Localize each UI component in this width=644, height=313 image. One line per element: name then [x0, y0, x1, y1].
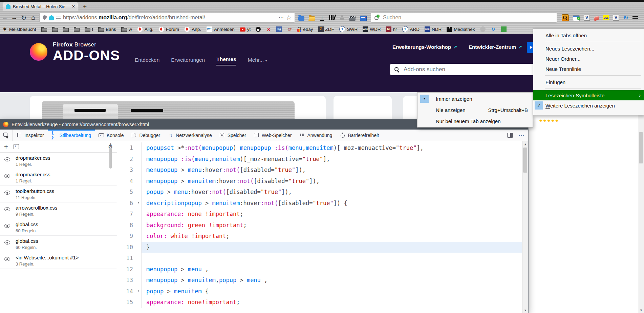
sync-blue-icon[interactable]: ↻ — [623, 15, 628, 20]
bookmark-item[interactable]: Anp. — [184, 26, 201, 32]
code-line[interactable]: 11 — [117, 253, 522, 264]
devtools-tab-barrierefreiheit[interactable]: Barrierefreiheit — [336, 130, 383, 141]
bookmark-item[interactable] — [501, 26, 507, 32]
folder-open-yellow-icon[interactable] — [309, 16, 315, 21]
bookmark-item[interactable]: ebay — [297, 27, 313, 32]
amo-search-input[interactable] — [403, 66, 526, 73]
devtools-tab-stilbearbeitung[interactable]: Stilbearbeitung — [48, 130, 95, 141]
library-icon[interactable] — [329, 15, 335, 20]
scroll-red-icon[interactable] — [594, 16, 600, 21]
permissions-icon[interactable] — [56, 17, 61, 20]
extension-puzzle-icon[interactable] — [49, 16, 54, 20]
submenu-item[interactable]: Nur bei neuem Tab anzeigen — [417, 116, 533, 127]
bookmark-item[interactable]: 1ARD — [402, 26, 420, 32]
url-bar[interactable]: https://addons.mozilla.org/de/firefox/ad… — [39, 13, 295, 23]
devtools-tab-inspektor[interactable]: Inspektor — [13, 130, 48, 141]
visibility-eye-icon[interactable] — [4, 224, 10, 228]
amo-header-link[interactable]: Erweiterungs-Workshop↗ — [392, 44, 457, 50]
find-orange-icon[interactable] — [562, 14, 569, 21]
new-tab-button[interactable]: + — [83, 3, 87, 9]
scroll-down-icon[interactable]: ▼ — [522, 307, 528, 313]
code-line[interactable]: 4menupopup > menuitem:hover:not([disable… — [117, 176, 522, 187]
code-line[interactable]: 14▾popup > menuitem { — [117, 286, 522, 297]
amo-nav-erweiterungen[interactable]: Erweiterungen — [171, 57, 205, 65]
home-button[interactable]: ⌂ — [28, 14, 38, 21]
tab-close-icon[interactable]: ✕ — [72, 4, 75, 9]
submenu-item[interactable]: ●Immer anzeigen — [417, 93, 533, 104]
stylesheet-row[interactable]: dropmarker.css1 Regel. — [0, 153, 117, 169]
bookmark-item[interactable]: Allg. — [137, 26, 153, 32]
visibility-eye-icon[interactable] — [4, 174, 10, 178]
bookmark-item[interactable]: yt — [240, 27, 251, 32]
bookmark-item[interactable]: Mediathek — [447, 27, 475, 32]
element-picker-button[interactable] — [0, 130, 13, 141]
bookmark-item[interactable]: Forum — [158, 26, 179, 32]
bookmark-item[interactable]: WPAnmelden — [206, 26, 235, 32]
devtools-tab-web-speicher[interactable]: Web-Speicher — [250, 130, 295, 141]
v-badge-icon[interactable]: V — [613, 15, 619, 21]
code-scrollbar-thumb[interactable] — [523, 148, 527, 173]
menu-item[interactable]: ✓Weitere Lesezeichen anzeigen — [533, 100, 644, 111]
bookmark-item[interactable]: 1SWR — [339, 26, 358, 32]
amo-nav-entdecken[interactable]: Entdecken — [135, 57, 159, 65]
menu-item[interactable]: Neue Trennlinie — [533, 64, 644, 74]
stylesheet-row[interactable]: arrowscrollbox.css9 Regeln. — [0, 202, 117, 219]
devtools-tab-anwendung[interactable]: Anwendung — [295, 130, 336, 141]
code-line[interactable]: 7appearance: none !important; — [117, 209, 522, 220]
code-line[interactable]: 3menupopup > menu:hover:not([disabled="t… — [117, 164, 522, 176]
bookmark-item[interactable] — [256, 27, 261, 32]
search-input[interactable] — [382, 14, 554, 21]
back-button[interactable]: ← — [0, 14, 9, 21]
bookmark-item[interactable] — [74, 27, 80, 32]
devtools-tab-speicher[interactable]: Speicher — [216, 130, 250, 141]
devtools-tab-netzwerkanalyse[interactable]: Netzwerkanalyse — [164, 130, 216, 141]
amo-nav-themes[interactable]: Themes — [216, 56, 236, 65]
menu-item[interactable]: Neuer Ordner... — [533, 54, 644, 64]
stylesheet-row[interactable]: global.css60 Regeln. — [0, 236, 117, 252]
devtools-tab-konsole[interactable]: Konsole — [95, 130, 128, 141]
code-line[interactable]: 15appearance: none!important; — [117, 297, 522, 308]
bookmark-star-icon[interactable]: ☆ — [286, 14, 292, 21]
sidebar-scrollbar-thumb[interactable] — [109, 148, 112, 169]
tracking-shield-icon[interactable] — [43, 15, 47, 20]
v-badge-icon[interactable]: V — [584, 15, 590, 21]
visibility-eye-icon[interactable] — [4, 207, 10, 211]
devtools-tab-debugger[interactable]: Debugger — [128, 130, 164, 141]
code-line[interactable]: 13menupopup > menuitem,popup > menu , — [117, 275, 522, 286]
visibility-eye-icon[interactable] — [4, 157, 10, 161]
meatball-menu-icon[interactable]: ⋯ — [518, 132, 524, 139]
reload-button[interactable]: ↻ — [19, 14, 28, 22]
bookmark-item[interactable]: t — [85, 27, 93, 32]
menu-item[interactable]: Neues Lesezeichen... — [533, 43, 644, 54]
code-line[interactable]: 12menupopup > menu , — [117, 264, 522, 275]
amo-header-link[interactable]: Entwickler-Zentrum↗ — [469, 44, 522, 50]
sidebar-list-icon[interactable] — [360, 16, 367, 21]
download-icon[interactable]: ↓ — [319, 15, 325, 20]
submenu-item[interactable]: Nie anzeigenStrg+Umschalt+B — [417, 104, 533, 116]
stylesheet-row[interactable]: global.css60 Regeln. — [0, 219, 117, 236]
hamburger-icon[interactable] — [632, 16, 638, 20]
bookmark-item[interactable] — [63, 27, 69, 32]
scroll-up-icon[interactable]: ▲ — [109, 142, 112, 145]
code-line[interactable]: 6▾descriptionpopup > menuitem:hover:not(… — [117, 198, 522, 209]
menu-item[interactable]: Lesezeichen-Symbolleiste› — [533, 90, 644, 100]
code-line[interactable]: 10} — [117, 242, 522, 253]
bookmark-item[interactable]: ✶Meistbesucht — [2, 26, 36, 32]
new-stylesheet-button[interactable]: + — [4, 143, 8, 150]
url-text[interactable]: https://addons.mozilla.org/de/firefox/ad… — [63, 15, 276, 21]
bookmark-item[interactable] — [52, 27, 58, 32]
code-line[interactable]: 8background: green !important; — [117, 220, 522, 231]
bookmark-item[interactable]: Cg — [276, 26, 282, 32]
fold-marker-icon[interactable]: ▾ — [137, 289, 139, 293]
scroll-up-icon[interactable]: ▲ — [522, 141, 528, 147]
bookmark-item[interactable]: ↻ — [491, 26, 496, 32]
code-line[interactable]: 5popup > menu:hover:not([disabled="true"… — [117, 187, 522, 198]
code-editor[interactable]: 1popupset >*:not(menupopup) menupopup :i… — [117, 141, 528, 313]
bookmark-item[interactable]: Bank — [98, 27, 116, 32]
search-bar[interactable] — [371, 13, 557, 23]
clapper-icon[interactable] — [349, 16, 356, 21]
page-scrollbar[interactable]: ▼ — [638, 92, 644, 313]
bookmark-item[interactable]: ZZDF — [318, 26, 334, 32]
bookmark-item[interactable]: hrhr — [386, 26, 397, 32]
menu-item[interactable]: Alle in Tabs öffnen — [533, 30, 644, 40]
